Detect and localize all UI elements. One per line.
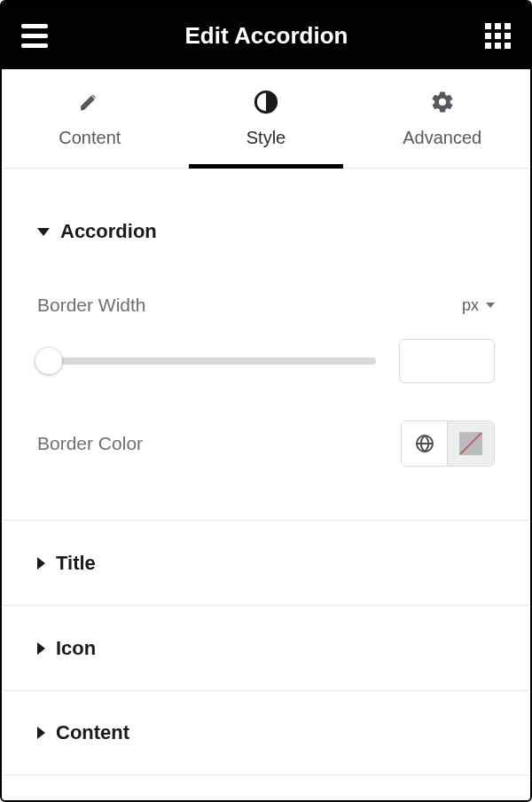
closed-sections: Title Icon Content <box>2 520 530 775</box>
half-circle-icon <box>254 89 278 115</box>
global-color-button[interactable] <box>402 421 448 466</box>
tab-content[interactable]: Content <box>2 69 178 168</box>
border-width-input[interactable] <box>399 339 495 383</box>
tab-label: Advanced <box>403 128 481 148</box>
section-header-content[interactable]: Content <box>2 690 530 775</box>
caret-right-icon <box>37 642 45 655</box>
caret-right-icon <box>37 727 45 739</box>
border-width-slider[interactable] <box>37 348 376 374</box>
tab-style[interactable]: Style <box>178 69 355 168</box>
unit-value: px <box>462 296 479 315</box>
control-label: Border Width <box>37 295 146 316</box>
editor-panel: Edit Accordion Content S <box>0 0 532 802</box>
section-accordion: Accordion Border Width px <box>2 169 530 520</box>
globe-icon <box>414 433 435 454</box>
tab-advanced[interactable]: Advanced <box>354 69 530 168</box>
color-swatch-button[interactable] <box>448 421 494 466</box>
slider-thumb[interactable] <box>35 348 62 374</box>
panel-title: Edit Accordion <box>185 22 348 50</box>
section-title: Title <box>56 552 96 575</box>
section-title: Icon <box>56 637 96 660</box>
caret-right-icon <box>37 557 45 570</box>
border-width-slider-row <box>37 339 495 383</box>
tab-label: Style <box>246 128 286 148</box>
section-header-accordion[interactable]: Accordion <box>2 169 530 261</box>
sections: Accordion Border Width px <box>2 169 530 800</box>
section-header-icon[interactable]: Icon <box>2 605 530 690</box>
slider-track <box>37 358 376 365</box>
section-title: Content <box>56 721 129 744</box>
section-body-accordion: Border Width px Border Color <box>2 261 530 520</box>
chevron-down-icon <box>486 303 495 308</box>
gear-icon <box>430 89 455 115</box>
tab-label: Content <box>59 128 121 148</box>
section-title: Accordion <box>60 220 157 243</box>
menu-button[interactable] <box>21 24 48 48</box>
control-label: Border Color <box>37 433 143 454</box>
apps-button[interactable] <box>485 23 511 49</box>
pencil-icon <box>78 89 101 115</box>
control-border-width: Border Width px <box>37 295 495 316</box>
panel-header: Edit Accordion <box>2 2 530 69</box>
unit-select[interactable]: px <box>462 296 495 315</box>
color-swatch-none-icon <box>459 432 482 455</box>
section-header-title[interactable]: Title <box>2 520 530 605</box>
control-border-color: Border Color <box>37 421 495 467</box>
caret-down-icon <box>37 228 50 236</box>
color-controls <box>401 421 495 467</box>
tab-bar: Content Style Advanced <box>2 69 530 169</box>
